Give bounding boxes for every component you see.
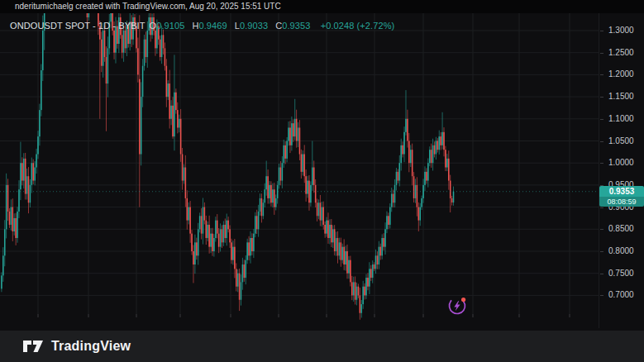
price-axis-tick bbox=[600, 74, 603, 75]
candle-body bbox=[191, 234, 193, 251]
price-axis[interactable]: 1.30001.25001.20001.15001.10001.05001.00… bbox=[599, 13, 644, 328]
candle-body bbox=[372, 264, 374, 278]
price-axis-tick bbox=[600, 31, 603, 31]
candle bbox=[172, 97, 174, 139]
candle bbox=[36, 149, 37, 174]
price-badge-price: 0.9353 bbox=[599, 186, 644, 197]
boost-button[interactable] bbox=[446, 294, 469, 317]
candle-body bbox=[104, 31, 106, 57]
symbol-legend[interactable]: ONDOUSDT SPOT - 1D - BYBIT O0.9105H0.946… bbox=[10, 21, 394, 31]
candle-body bbox=[166, 66, 168, 97]
candle-body bbox=[21, 163, 23, 180]
candle bbox=[351, 276, 353, 300]
candle-body bbox=[341, 242, 342, 260]
candle-body bbox=[345, 251, 346, 264]
candle-body bbox=[312, 168, 313, 185]
candlestick-chart-canvas[interactable] bbox=[0, 13, 599, 328]
candle bbox=[301, 150, 303, 179]
candle-body bbox=[293, 123, 294, 136]
candle bbox=[212, 228, 213, 256]
candle bbox=[375, 250, 377, 274]
candle-body bbox=[88, 13, 90, 17]
candle bbox=[361, 300, 363, 318]
candle-body bbox=[399, 163, 401, 180]
candle-body bbox=[144, 40, 145, 66]
candle bbox=[104, 26, 106, 61]
candle bbox=[350, 256, 351, 287]
candle bbox=[265, 161, 267, 196]
candle bbox=[163, 30, 165, 55]
candle-body bbox=[175, 93, 177, 110]
candle bbox=[222, 225, 223, 247]
candle-body bbox=[329, 225, 331, 238]
price-axis-tick bbox=[600, 229, 603, 230]
candle-body bbox=[288, 127, 289, 141]
candle-body bbox=[141, 97, 142, 154]
candle bbox=[440, 132, 441, 150]
candle-body bbox=[429, 150, 431, 163]
candle-body bbox=[1, 275, 2, 288]
price-axis-label: 1.1000 bbox=[608, 114, 634, 123]
price-badge[interactable]: 0.9353 08:08:59 bbox=[599, 186, 644, 207]
candle-body bbox=[239, 274, 241, 300]
candle bbox=[445, 146, 446, 171]
candle-body bbox=[242, 264, 244, 282]
candle-body bbox=[445, 150, 446, 167]
candle-body bbox=[356, 287, 358, 300]
candle-body bbox=[23, 159, 25, 181]
candle bbox=[203, 198, 204, 244]
candle bbox=[207, 221, 208, 241]
candle-body bbox=[246, 260, 247, 278]
candle bbox=[269, 181, 270, 203]
attribution-bar: nderitumichaelg created with TradingView… bbox=[0, 0, 644, 13]
candle-body bbox=[113, 31, 115, 53]
candle-body bbox=[203, 207, 204, 234]
candle-body bbox=[360, 295, 361, 312]
candle-body bbox=[217, 221, 218, 234]
candle bbox=[145, 31, 147, 63]
candle bbox=[348, 256, 350, 279]
candle bbox=[345, 245, 346, 270]
candle bbox=[39, 104, 41, 146]
candle bbox=[386, 212, 388, 234]
candle bbox=[9, 208, 11, 228]
tradingview-link[interactable]: TradingView bbox=[22, 339, 131, 354]
candle-body bbox=[280, 168, 282, 181]
candle bbox=[331, 219, 332, 247]
candle-body bbox=[320, 202, 322, 220]
candle-body bbox=[163, 35, 165, 48]
candle bbox=[432, 139, 434, 171]
price-axis-tick bbox=[600, 251, 603, 252]
candle bbox=[32, 160, 34, 184]
candle-body bbox=[432, 145, 434, 163]
candle-body bbox=[355, 282, 356, 299]
candle bbox=[137, 37, 139, 82]
candle-body bbox=[384, 229, 386, 246]
candle bbox=[436, 137, 437, 160]
candle bbox=[103, 23, 104, 78]
candle-body bbox=[4, 229, 6, 255]
candle bbox=[339, 238, 341, 260]
candle-body bbox=[9, 212, 11, 225]
candle-body bbox=[227, 221, 229, 230]
candle bbox=[204, 202, 206, 225]
candle-body bbox=[229, 229, 231, 242]
candle-body bbox=[436, 141, 437, 155]
candle-body bbox=[41, 70, 42, 110]
candle bbox=[380, 244, 382, 260]
candle-body bbox=[251, 238, 253, 251]
candle-body bbox=[434, 145, 436, 155]
candle bbox=[177, 102, 179, 134]
candle-body bbox=[426, 172, 427, 181]
candle bbox=[225, 218, 227, 242]
candle-body bbox=[213, 238, 215, 251]
candle-body bbox=[210, 234, 212, 247]
candle bbox=[284, 140, 285, 168]
candle-body bbox=[137, 48, 139, 74]
candle bbox=[23, 153, 25, 188]
candle-body bbox=[282, 163, 284, 180]
legend-title[interactable]: ONDOUSDT SPOT - 1D - BYBIT bbox=[10, 21, 145, 31]
candle bbox=[188, 202, 189, 225]
candle bbox=[327, 212, 329, 244]
candle-body bbox=[17, 212, 18, 238]
